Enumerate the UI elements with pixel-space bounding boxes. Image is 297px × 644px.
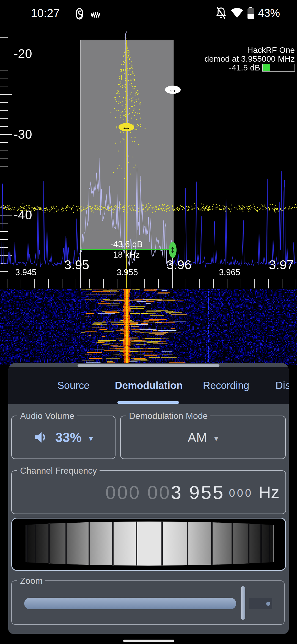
waterfall-display[interactable] <box>0 289 297 365</box>
channel-frequency-group: Channel Frequency 000 003 955000Hz <box>11 470 286 514</box>
tuning-wheel-segment <box>232 522 249 566</box>
tuning-wheel-segment <box>248 522 262 566</box>
volume-value[interactable]: 33% <box>55 430 82 445</box>
tuning-wheel-segment <box>65 522 90 566</box>
tuning-wheel-segment <box>136 522 163 566</box>
volume-dropdown-caret[interactable]: ▾ <box>89 433 93 443</box>
device-name: HackRF One <box>204 46 295 54</box>
active-tab-indicator <box>117 401 179 404</box>
demod-mode-label: Demodulation Mode <box>126 411 210 421</box>
db-axis-label: -20 <box>14 46 32 61</box>
notifications-off-icon <box>216 7 227 19</box>
channel-frequency-label: Channel Frequency <box>17 466 100 476</box>
tab-display[interactable]: Display <box>276 380 289 391</box>
battery-icon <box>248 7 254 19</box>
demod-mode-dropdown-caret[interactable]: ▾ <box>214 433 218 443</box>
bandwidth-drag-handle[interactable]: ↔ <box>165 86 181 94</box>
sdr-app-screen: 10:27 43% <box>0 0 297 644</box>
freq-label-minor: 3.945 <box>15 268 37 277</box>
tuning-wheel-segment <box>187 522 213 566</box>
battery-percent: 43% <box>258 7 280 19</box>
freq-hz-digits[interactable]: 000 <box>229 487 253 499</box>
tuning-wheel-segment <box>89 522 114 566</box>
center-frequency-drag-handle[interactable]: ↔ <box>119 123 134 131</box>
freq-label-major: 3.96 <box>166 257 191 272</box>
signal-meter <box>262 64 295 72</box>
home-indicator[interactable] <box>123 640 174 642</box>
tuning-wheel[interactable] <box>25 522 273 566</box>
sdr-notification-icon <box>75 8 84 20</box>
freq-label-major: 3.95 <box>64 257 89 272</box>
tab-source[interactable]: Source <box>57 380 89 391</box>
audio-volume-label: Audio Volume <box>17 411 77 421</box>
status-bar: 10:27 43% <box>0 0 297 25</box>
demod-frequency-text: demod at 3.955000 MHz <box>204 54 295 63</box>
control-bottom-sheet: Source Demodulation Recording Display Au… <box>8 363 289 634</box>
zoom-slider-thumb[interactable] <box>241 586 245 620</box>
signal-meter-fill <box>263 64 270 71</box>
tab-recording[interactable]: Recording <box>203 380 249 391</box>
clock: 10:27 <box>31 7 60 20</box>
rig-info-overlay: HackRF One demod at 3.955000 MHz -41.5 d… <box>204 46 295 72</box>
tuning-wheel-segment <box>35 522 50 566</box>
signal-level-text: -41.5 dB <box>229 63 260 72</box>
db-axis-label: -40 <box>14 208 32 222</box>
tuning-wheel-container <box>11 518 286 571</box>
db-axis-label: -30 <box>14 127 32 142</box>
zoom-group: Zoom <box>11 580 285 625</box>
selection-bandwidth-label: 18 kHz <box>85 250 168 260</box>
demod-mode-group: Demodulation Mode AM ▾ <box>120 416 286 459</box>
tuning-wheel-segment <box>112 522 137 566</box>
freq-main-digits[interactable]: 3 955 <box>171 482 224 503</box>
zoom-label: Zoom <box>17 576 45 586</box>
tuning-wheel-segment <box>211 522 233 566</box>
freq-label-major: 3.97 <box>269 257 294 272</box>
status-icons: 43% <box>216 7 280 19</box>
tab-strip: Source Demodulation Recording Display <box>8 367 289 404</box>
zoom-slider-track[interactable] <box>24 598 236 609</box>
tab-demodulation[interactable]: Demodulation <box>115 380 183 391</box>
tuning-wheel-segment <box>161 522 188 566</box>
selection-power-label: -43.6 dB <box>85 239 168 249</box>
freq-unit: Hz <box>258 482 279 502</box>
freq-leading-zeros[interactable]: 000 00 <box>105 482 171 503</box>
freq-label-minor: 3.965 <box>219 268 240 277</box>
demod-mode-value[interactable]: AM <box>188 430 207 445</box>
tuning-wheel-segment <box>269 522 274 566</box>
speaker-icon <box>34 431 48 444</box>
wifi-icon <box>230 7 244 19</box>
zoom-slider-end-dot <box>266 602 270 606</box>
squelch-drag-handle[interactable]: ↕ <box>169 242 177 258</box>
audio-volume-group: Audio Volume 33% ▾ <box>11 416 116 459</box>
sheet-drag-handle[interactable] <box>78 364 219 367</box>
freq-label-minor: 3.955 <box>117 268 138 277</box>
tuning-wheel-segment <box>48 522 67 566</box>
frequency-readout[interactable]: 000 003 955000Hz <box>105 471 279 514</box>
vibration-icon <box>91 12 101 18</box>
